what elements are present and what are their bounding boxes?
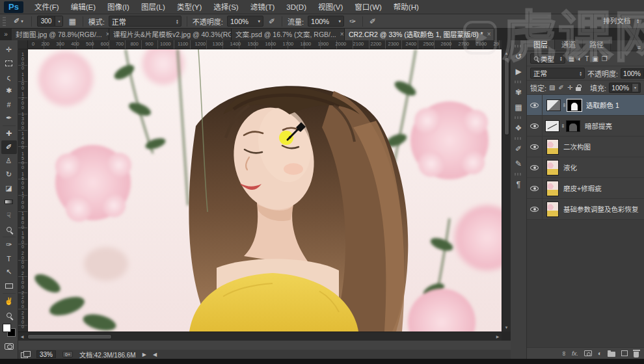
layer-row-shadow-brighten[interactable]: ∞ 暗部提亮 bbox=[527, 116, 644, 136]
filter-shape-icon[interactable]: ▣ bbox=[592, 55, 598, 62]
brush-size-value[interactable]: 300 bbox=[38, 18, 55, 25]
styles-panel-button[interactable]: ❖ bbox=[511, 120, 526, 135]
vertical-scrollbar[interactable]: ▲ ▼ bbox=[502, 49, 511, 332]
layer-mask-thumbnail[interactable] bbox=[566, 120, 580, 132]
clone-source-panel-button[interactable]: ¶ bbox=[511, 177, 526, 192]
brush-tool[interactable]: ✐ bbox=[1, 140, 17, 154]
marquee-tool[interactable] bbox=[1, 57, 17, 70]
layer-opacity-control[interactable]: 100% ▾ bbox=[621, 68, 644, 79]
swatches-panel-button[interactable]: ▦ bbox=[511, 99, 526, 114]
visibility-toggle[interactable] bbox=[527, 199, 543, 219]
dock-grip[interactable] bbox=[515, 81, 522, 83]
window-mode-icon[interactable] bbox=[21, 351, 30, 358]
shape-tool[interactable] bbox=[1, 279, 17, 292]
foreground-color-swatch[interactable] bbox=[3, 324, 11, 332]
link-layers-icon[interactable]: ∞ bbox=[560, 351, 567, 356]
curves-layer-thumbnail[interactable] bbox=[545, 120, 559, 132]
tab-layers[interactable]: 图层 bbox=[527, 40, 555, 51]
move-tool[interactable]: ✛ bbox=[1, 43, 17, 57]
visibility-toggle[interactable] bbox=[527, 178, 543, 198]
layer-name[interactable]: 磨皮+修瑕疵 bbox=[563, 183, 602, 193]
color-swatches[interactable] bbox=[3, 324, 16, 337]
layer-style-icon[interactable]: fx. bbox=[572, 350, 578, 357]
dodge-tool[interactable] bbox=[1, 222, 17, 236]
document-tab-active[interactable]: CR2.CR2 @ 33% (选取颜色 1, 图层蒙版/8) * × bbox=[345, 29, 494, 40]
scroll-left-icon[interactable]: ◀ bbox=[18, 334, 26, 339]
menu-type[interactable]: 类型(Y) bbox=[171, 0, 208, 14]
menu-help[interactable]: 帮助(H) bbox=[388, 0, 425, 14]
menu-file[interactable]: 文件(F) bbox=[29, 0, 65, 14]
visibility-toggle[interactable] bbox=[527, 157, 543, 177]
gradient-tool[interactable] bbox=[1, 195, 17, 209]
options-grip[interactable] bbox=[3, 17, 6, 26]
layer-thumbnail[interactable] bbox=[546, 160, 559, 176]
filter-smart-object-icon[interactable]: ❐ bbox=[602, 55, 608, 62]
filter-type-select[interactable]: 类型 ▴▾ bbox=[530, 53, 565, 64]
menu-layer[interactable]: 图层(L) bbox=[135, 0, 171, 14]
quick-mask-button[interactable] bbox=[1, 339, 17, 353]
crop-tool[interactable]: # bbox=[1, 98, 17, 111]
tab-paths[interactable]: 路径 bbox=[583, 40, 611, 51]
delete-layer-icon[interactable] bbox=[634, 352, 639, 358]
add-mask-icon[interactable] bbox=[584, 350, 592, 356]
airbrush-icon[interactable]: ✑ bbox=[348, 17, 357, 26]
layer-row-recompose[interactable]: 二次构图 bbox=[527, 136, 644, 157]
history-panel-button[interactable]: ↺ bbox=[511, 49, 526, 64]
ruler-corner[interactable] bbox=[18, 40, 28, 49]
document-tab[interactable]: 文案.psd @ 16.7% (文案, RGB/... × bbox=[232, 29, 345, 40]
menu-select[interactable]: 选择(S) bbox=[208, 0, 244, 14]
layer-row-base-adjust[interactable]: 基础参数调整及色彩恢复 bbox=[527, 199, 644, 220]
layer-row-skin-retouch[interactable]: 磨皮+修瑕疵 bbox=[527, 178, 644, 199]
dock-grip[interactable] bbox=[515, 45, 522, 47]
status-menu-arrow[interactable]: ▶ bbox=[142, 352, 146, 358]
chevron-down-icon[interactable]: ▾ bbox=[55, 16, 62, 26]
type-tool[interactable]: T bbox=[1, 252, 17, 265]
arrange-documents-button[interactable]: 排列文档 ▴▾ bbox=[603, 16, 639, 25]
scroll-down-icon[interactable]: ▼ bbox=[505, 324, 509, 332]
layer-name[interactable]: 暗部提亮 bbox=[585, 121, 612, 131]
layer-name[interactable]: 液化 bbox=[563, 162, 577, 172]
path-selection-tool[interactable]: ↖ bbox=[1, 265, 17, 279]
brush-presets-panel-button[interactable]: ✎ bbox=[511, 156, 526, 171]
pressure-size-icon[interactable]: ✐ bbox=[368, 17, 377, 26]
menu-window[interactable]: 窗口(W) bbox=[349, 0, 388, 14]
tab-overflow-chevron[interactable]: » bbox=[0, 29, 12, 40]
adjustment-layer-thumbnail[interactable] bbox=[546, 99, 561, 111]
document-tab[interactable]: 封面图.jpg @ 78.8%(RGB/... × bbox=[12, 29, 109, 40]
brush-tool-preset-button[interactable]: ✐ ▾ bbox=[11, 17, 26, 25]
lock-position-icon[interactable]: ✛ bbox=[567, 84, 572, 91]
pen-tool[interactable]: ✑ bbox=[1, 238, 17, 252]
visibility-toggle[interactable] bbox=[527, 136, 543, 157]
brush-panel-toggle-icon[interactable]: ▦ bbox=[67, 17, 77, 26]
lock-all-icon[interactable] bbox=[576, 87, 581, 91]
layer-row-liquify[interactable]: 液化 bbox=[527, 157, 644, 178]
layer-name[interactable]: 二次构图 bbox=[563, 142, 591, 151]
healing-brush-tool[interactable]: ✚ bbox=[1, 127, 17, 140]
filter-adjustment-icon[interactable]: ◐ bbox=[578, 55, 582, 62]
menu-image[interactable]: 图像(I) bbox=[101, 0, 135, 14]
panel-menu-icon[interactable]: ≡ bbox=[637, 44, 644, 51]
blend-mode-select[interactable]: 正常 ▴▾ bbox=[109, 16, 181, 27]
horizontal-scrollbar[interactable]: ◀ ▶ bbox=[18, 332, 502, 341]
color-panel-button[interactable]: ✾ bbox=[511, 84, 526, 99]
layer-blend-mode-select[interactable]: 正常 ▴▾ bbox=[530, 68, 585, 79]
dock-grip[interactable] bbox=[515, 173, 522, 176]
new-layer-icon[interactable] bbox=[621, 350, 628, 356]
brush-panel-button[interactable]: ✐ bbox=[511, 141, 526, 156]
layer-mask-thumbnail[interactable] bbox=[567, 99, 582, 111]
layer-thumbnail[interactable] bbox=[546, 202, 559, 217]
scroll-right-icon[interactable]: ▶ bbox=[494, 334, 502, 339]
fill-control[interactable]: 100% ▾ bbox=[609, 83, 641, 93]
scroll-up-icon[interactable]: ▲ bbox=[505, 49, 509, 57]
tab-channels[interactable]: 通道 bbox=[555, 40, 583, 51]
menu-view[interactable]: 视图(V) bbox=[312, 0, 349, 14]
smudge-tool[interactable]: ☟ bbox=[1, 209, 17, 222]
hand-tool[interactable]: ✌ bbox=[1, 294, 17, 308]
menu-edit[interactable]: 编辑(E) bbox=[65, 0, 101, 14]
dock-grip[interactable] bbox=[515, 137, 522, 140]
dock-grip[interactable] bbox=[515, 116, 522, 119]
clone-stamp-tool[interactable]: ♙ bbox=[1, 154, 17, 168]
vertical-scroll-thumb[interactable] bbox=[504, 57, 509, 135]
brush-size-control[interactable]: 300 ▾ bbox=[37, 16, 64, 27]
layer-thumbnail[interactable] bbox=[546, 139, 559, 155]
